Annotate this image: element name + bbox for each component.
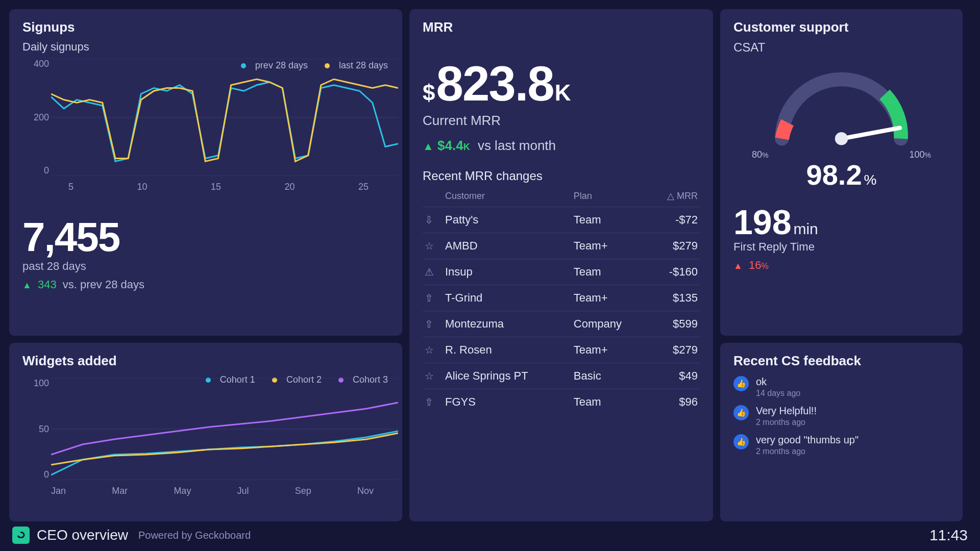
x-tick: Nov — [357, 486, 374, 496]
frt-unit: min — [793, 220, 818, 237]
thumbs-up-icon: 👍 — [733, 376, 749, 391]
cs-title: Customer support — [733, 19, 949, 35]
row-plan: Company — [572, 311, 649, 337]
footer: CEO overview Powered by Geckoboard 11:43 — [9, 521, 971, 544]
row-status-icon: ⇩ — [423, 207, 443, 233]
table-row: ⇧FGYSTeam$96 — [423, 389, 700, 415]
feedback-text: ok — [756, 376, 800, 388]
mrr-recent-title: Recent MRR changes — [423, 169, 700, 183]
signups-chart-title: Daily signups — [22, 40, 389, 54]
x-tick: Jul — [237, 486, 249, 496]
csat-value: 98.2% — [733, 158, 949, 191]
mrr-panel: MRR $ 823.8 K Current MRR ▲ $4.4K vs las… — [409, 9, 713, 521]
y-tick: 50 — [28, 424, 49, 435]
x-tick: Sep — [295, 486, 311, 496]
row-customer: Insup — [443, 259, 572, 285]
y-tick: 0 — [28, 165, 49, 176]
table-row: ⇧MontezumaCompany$599 — [423, 311, 700, 337]
signups-chart — [51, 59, 398, 176]
list-item: 👍Very Helpful!!2 months ago — [733, 405, 949, 427]
up-arrow-icon: ▲ — [733, 261, 743, 271]
x-tick: 25 — [358, 182, 369, 192]
row-plan: Team+ — [572, 233, 649, 259]
gauge-min: 80 — [752, 149, 762, 160]
row-plan: Team+ — [572, 337, 649, 363]
x-tick: May — [174, 486, 191, 496]
row-delta: $49 — [649, 363, 700, 389]
row-status-icon: ☆ — [423, 363, 443, 389]
thumbs-up-icon: 👍 — [733, 434, 749, 449]
table-row: ⇧T-GrindTeam+$135 — [423, 285, 700, 311]
x-tick: 10 — [137, 182, 147, 192]
row-delta: $135 — [649, 285, 700, 311]
y-tick: 100 — [28, 378, 49, 389]
mrr-delta: ▲ $4.4K vs last month — [423, 138, 700, 154]
widgets-title: Widgets added — [22, 353, 389, 369]
x-tick: Jan — [51, 486, 66, 496]
signups-panel: Signups Daily signups prev 28 days last … — [9, 9, 402, 336]
row-delta: -$160 — [649, 259, 700, 285]
signups-total-label: past 28 days — [22, 260, 389, 273]
x-tick: 5 — [68, 182, 74, 192]
dashboard-title: CEO overview — [37, 527, 128, 543]
mrr-delta-cur: $ — [437, 138, 445, 153]
table-row: ⇩Patty'sTeam-$72 — [423, 207, 700, 233]
x-tick: Mar — [112, 486, 128, 496]
row-customer: Patty's — [443, 207, 572, 233]
feedback-text: very good "thumbs up" — [756, 434, 859, 446]
table-row: ☆AMBDTeam+$279 — [423, 233, 700, 259]
row-status-icon: ⇧ — [423, 311, 443, 337]
up-arrow-icon: ▲ — [423, 140, 434, 153]
feedback-title: Recent CS feedback — [733, 353, 949, 369]
list-item: 👍very good "thumbs up"2 months ago — [733, 434, 949, 456]
signups-delta-rest: vs. prev 28 days — [63, 278, 144, 291]
row-plan: Team+ — [572, 285, 649, 311]
frt-delta: ▲ 16% — [733, 259, 949, 272]
row-plan: Team — [572, 389, 649, 415]
svg-point-7 — [835, 132, 848, 145]
x-tick: 20 — [284, 182, 295, 192]
mrr-delta-suf: K — [463, 142, 470, 152]
row-delta: -$72 — [649, 207, 700, 233]
feedback-time: 2 months ago — [756, 447, 859, 456]
row-customer: T-Grind — [443, 285, 572, 311]
csat-label: CSAT — [733, 40, 949, 55]
gauge-max: 100 — [910, 149, 925, 160]
feedback-panel: Recent CS feedback 👍ok14 days ago👍Very H… — [720, 343, 963, 521]
mrr-amount: 823.8 — [436, 56, 553, 112]
feedback-time: 2 months ago — [756, 418, 817, 427]
frt-label: First Reply Time — [733, 240, 949, 254]
signups-delta: ▲ 343 vs. prev 28 days — [22, 278, 389, 291]
up-arrow-icon: ▲ — [22, 280, 32, 290]
pct-icon: % — [762, 151, 768, 159]
frt-delta-suf: % — [761, 262, 768, 270]
csat-number: 98.2 — [806, 159, 862, 191]
row-customer: Montezuma — [443, 311, 572, 337]
mrr-title: MRR — [423, 19, 700, 35]
csat-gauge — [733, 58, 949, 149]
row-status-icon: ⇧ — [423, 285, 443, 311]
row-customer: Alice Springs PT — [443, 363, 572, 389]
row-plan: Basic — [572, 363, 649, 389]
frt-value: 198 — [733, 203, 791, 241]
col-plan: Plan — [572, 187, 649, 207]
col-delta: △ MRR — [649, 187, 700, 207]
row-customer: R. Rosen — [443, 337, 572, 363]
pct-icon: % — [925, 151, 931, 159]
mrr-label: Current MRR — [423, 113, 700, 129]
signups-total: 7,455 — [22, 217, 389, 258]
signups-title: Signups — [22, 19, 389, 35]
row-status-icon: ☆ — [423, 337, 443, 363]
row-status-icon: ⚠ — [423, 259, 443, 285]
csat-unit: % — [864, 172, 877, 188]
row-delta: $599 — [649, 311, 700, 337]
powered-by: Powered by Geckoboard — [138, 530, 251, 541]
feedback-text: Very Helpful!! — [756, 405, 817, 417]
mrr-delta-val: 4.4 — [445, 138, 463, 153]
table-row: ☆R. RosenTeam+$279 — [423, 337, 700, 363]
row-customer: AMBD — [443, 233, 572, 259]
row-delta: $279 — [649, 337, 700, 363]
mrr-currency: $ — [423, 80, 435, 106]
y-tick: 400 — [28, 59, 49, 69]
row-status-icon: ⇧ — [423, 389, 443, 415]
